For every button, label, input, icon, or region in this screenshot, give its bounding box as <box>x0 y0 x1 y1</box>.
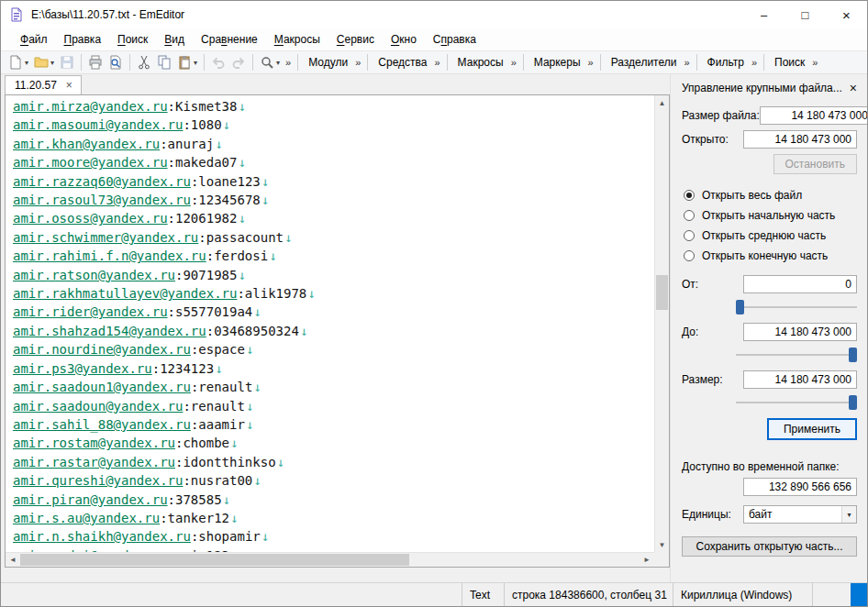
menu-item-2[interactable]: Поиск <box>109 30 156 49</box>
units-dropdown[interactable]: байт ▾ <box>743 505 857 524</box>
editor-line[interactable]: amir.piran@yandex.ru:378585↓ <box>13 491 654 509</box>
toolbar-group-6[interactable]: Поиск <box>768 56 809 69</box>
size-slider[interactable] <box>736 394 857 411</box>
editor-line[interactable]: amir.razzaq60@yandex.ru:loane123↓ <box>13 172 654 191</box>
radio-option-2[interactable]: Открыть среднюю часть <box>684 229 857 242</box>
to-input[interactable]: 14 180 473 000 <box>743 323 857 341</box>
editor-line[interactable]: amir.nourdine@yandex.ru:espace↓ <box>13 340 654 359</box>
toolbar-group-0[interactable]: Модули <box>302 56 352 69</box>
save-button[interactable] <box>57 52 77 72</box>
large-file-panel: Управление крупными файла... × Размер фа… <box>673 74 867 582</box>
horizontal-scrollbar[interactable]: ◄ ► <box>6 552 654 567</box>
menu-item-0[interactable]: Файл <box>12 30 56 49</box>
dropdown-icon[interactable]: ▾ <box>50 59 54 67</box>
status-cursor-position[interactable]: строка 184386600, столбец 31 <box>504 583 673 606</box>
to-slider-thumb[interactable] <box>849 348 857 362</box>
editor-line[interactable]: amir.khan@yandex.ru:anuraj↓ <box>13 135 654 153</box>
editor-line[interactable]: amir.rider@yandex.ru:s5577019a4↓ <box>13 303 654 321</box>
from-slider[interactable] <box>736 299 857 315</box>
cut-button[interactable] <box>134 52 154 72</box>
menu-item-8[interactable]: Справка <box>425 30 484 49</box>
scroll-down-icon[interactable]: ▼ <box>655 537 669 552</box>
from-slider-thumb[interactable] <box>736 300 744 315</box>
minimize-button[interactable]: – <box>743 1 785 28</box>
dropdown-icon[interactable]: ▾ <box>25 59 28 67</box>
open-file-button[interactable]: ▾ <box>31 52 57 72</box>
toolbar-group-1[interactable]: Средства <box>372 56 431 69</box>
close-button[interactable]: × <box>826 1 867 28</box>
editor-line[interactable]: amir.rastar@yandex.ru:idontthinkso↓ <box>13 453 654 471</box>
toolbar-group-overflow-icon[interactable]: » <box>352 57 363 68</box>
toolbar-group-overflow-icon[interactable]: » <box>585 57 596 68</box>
radio-option-0[interactable]: Открыть весь файл <box>684 189 857 202</box>
menu-item-5[interactable]: Макросы <box>266 30 328 49</box>
horizontal-scroll-thumb[interactable] <box>20 554 409 566</box>
menu-item-1[interactable]: Правка <box>56 30 110 49</box>
editor-line[interactable]: amir.masoumi@yandex.ru:1080↓ <box>13 116 654 134</box>
from-input[interactable]: 0 <box>743 275 857 293</box>
editor-line[interactable]: amir.ratson@yandex.ru:9071985↓ <box>13 266 654 284</box>
editor-line[interactable]: amir.rahimi.f.n@yandex.ru:ferdosi↓ <box>13 247 654 265</box>
menu-item-3[interactable]: Вид <box>156 30 193 49</box>
status-mode[interactable]: Text <box>462 583 504 606</box>
menu-item-4[interactable]: Сравнение <box>193 30 266 49</box>
print-button[interactable] <box>85 52 106 72</box>
redo-button[interactable] <box>228 52 249 72</box>
toolbar-group-overflow-icon[interactable]: » <box>431 57 442 68</box>
scroll-right-icon[interactable]: ► <box>640 553 654 567</box>
document-tab[interactable]: 11.20.57 × <box>5 75 82 94</box>
toolbar-group-overflow-icon[interactable]: » <box>508 57 519 68</box>
toolbar-overflow-icon[interactable]: » <box>283 57 294 68</box>
radio-option-1[interactable]: Открыть начальную часть <box>684 209 857 222</box>
editor-line[interactable]: amir.ps3@yandex.ru:1234123↓ <box>13 359 654 378</box>
editor-line[interactable]: amir.saadoun@yandex.ru:renault↓ <box>13 397 654 415</box>
tab-close-icon[interactable]: × <box>66 80 72 91</box>
to-slider[interactable] <box>736 347 857 363</box>
toolbar-group-overflow-icon[interactable]: » <box>681 57 692 68</box>
vertical-scrollbar[interactable]: ▲ ▼ <box>654 95 669 552</box>
save-part-button[interactable]: Сохранить открытую часть... <box>682 536 857 557</box>
apply-button[interactable]: Применить <box>767 418 857 440</box>
editor-line[interactable]: amir.saadoun1@yandex.ru:renault↓ <box>13 378 654 396</box>
units-label: Единицы: <box>682 508 731 521</box>
print-preview-button[interactable] <box>106 52 126 72</box>
editor-line[interactable]: amir.s.au@yandex.ru:tanker12↓ <box>13 509 654 527</box>
editor-line[interactable]: amir.rostam@yandex.ru:chombe↓ <box>13 434 654 452</box>
editor-line[interactable]: amir.moore@yandex.ru:makeda07↓ <box>13 153 654 171</box>
editor-line[interactable]: amir.qureshi@yandex.ru:nusrat00↓ <box>13 471 654 490</box>
editor-line[interactable]: amir.n.shaikh@yandex.ru:shopamir↓ <box>13 527 654 546</box>
paste-button[interactable]: ▾ <box>174 52 200 72</box>
scroll-left-icon[interactable]: ◄ <box>6 553 20 567</box>
dropdown-icon[interactable]: ▾ <box>276 59 280 67</box>
copy-button[interactable] <box>154 52 174 72</box>
size-input[interactable]: 14 180 473 000 <box>743 370 857 389</box>
radio-option-3[interactable]: Открыть конечную часть <box>684 249 857 262</box>
editor-line[interactable]: amir.mirza@yandex.ru:Kismet38↓ <box>13 97 654 116</box>
editor-line[interactable]: amir.ososs@yandex.ru:12061982↓ <box>13 209 654 227</box>
menu-item-7[interactable]: Окно <box>383 30 425 49</box>
editor-line[interactable]: amir.schwimmer@yandex.ru:passacount↓ <box>13 228 654 247</box>
stop-button[interactable]: Остановить <box>773 154 858 174</box>
scroll-up-icon[interactable]: ▲ <box>655 95 669 110</box>
new-file-button[interactable]: ▾ <box>6 52 31 72</box>
editor-line[interactable]: amir.shahzad154@yandex.ru:03468950324↓ <box>13 322 654 340</box>
toolbar-group-overflow-icon[interactable]: » <box>749 57 760 68</box>
maximize-button[interactable]: □ <box>785 1 826 28</box>
editor-line[interactable]: amir.sahil_88@yandex.ru:aaamir↓ <box>13 415 654 434</box>
text-editor[interactable]: amir.mirza@yandex.ru:Kismet38↓amir.masou… <box>6 95 654 552</box>
editor-line[interactable]: amir.rakhmatullayev@yandex.ru:alik1978↓ <box>13 284 654 303</box>
toolbar-group-5[interactable]: Фильтр <box>701 56 749 69</box>
toolbar-group-4[interactable]: Разделители <box>605 56 682 69</box>
editor-line[interactable]: amir.rasoul73@yandex.ru:12345678↓ <box>13 191 654 209</box>
toolbar-group-3[interactable]: Маркеры <box>528 56 585 69</box>
size-slider-thumb[interactable] <box>849 395 857 410</box>
toolbar-group-overflow-icon[interactable]: » <box>809 57 820 68</box>
undo-button[interactable] <box>208 52 228 72</box>
menu-item-6[interactable]: Сервис <box>328 30 383 49</box>
status-encoding[interactable]: Кириллица (Windows) <box>673 583 812 606</box>
dropdown-icon[interactable]: ▾ <box>194 59 197 67</box>
find-button[interactable]: ▾ <box>257 52 283 72</box>
panel-close-icon[interactable]: × <box>844 81 857 95</box>
toolbar-group-2[interactable]: Макросы <box>451 56 508 69</box>
vertical-scroll-thumb[interactable] <box>656 275 668 310</box>
